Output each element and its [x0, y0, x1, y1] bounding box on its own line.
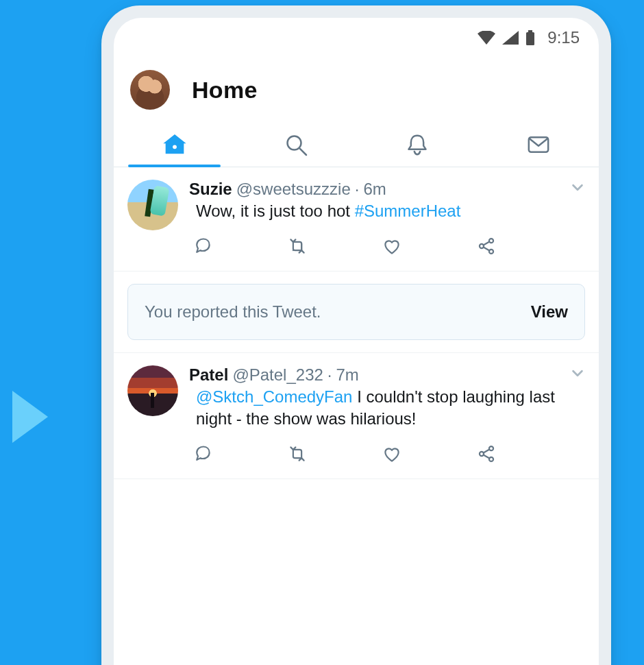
share-icon[interactable]: [477, 237, 496, 258]
tweet-author-name[interactable]: Suzie: [189, 180, 232, 199]
reported-notice: You reported this Tweet. View: [127, 284, 585, 340]
reported-text: You reported this Tweet.: [145, 302, 321, 322]
svg-rect-1: [526, 32, 534, 45]
like-icon[interactable]: [382, 444, 401, 466]
hashtag-link[interactable]: #SummerHeat: [355, 202, 461, 220]
user-avatar[interactable]: [127, 365, 178, 416]
clock-text: 9:15: [547, 28, 580, 47]
svg-line-14: [484, 449, 490, 452]
tab-notifications[interactable]: [356, 122, 478, 167]
svg-line-10: [484, 247, 490, 250]
reply-icon[interactable]: [193, 444, 212, 466]
tab-messages[interactable]: [478, 122, 599, 167]
like-icon[interactable]: [382, 237, 401, 258]
separator-dot: ·: [327, 365, 332, 385]
tab-home[interactable]: [114, 122, 235, 167]
tweet-time: 7m: [336, 365, 359, 385]
tab-search[interactable]: [235, 122, 356, 167]
user-avatar[interactable]: [127, 180, 178, 230]
svg-rect-0: [528, 30, 532, 32]
tweet-author-handle[interactable]: @Patel_232: [232, 365, 323, 385]
tweet-body: @Sktch_ComedyFan I couldn't stop laughin…: [189, 386, 585, 431]
screen: 9:15 Home Suzi: [114, 18, 599, 665]
tweet[interactable]: Suzie @sweetsuzzzie · 6m Wow, it is just…: [114, 167, 599, 271]
tweet-body: Wow, it is just too hot #SummerHeat: [189, 200, 585, 223]
reported-section: You reported this Tweet. View: [114, 271, 599, 353]
tweet-menu-button[interactable]: [570, 180, 585, 197]
svg-point-2: [173, 145, 177, 149]
mention-link[interactable]: @Sktch_ComedyFan: [196, 387, 352, 406]
tweet-text: Wow, it is just too hot: [196, 202, 355, 220]
app-header: Home: [114, 58, 599, 122]
battery-icon: [525, 30, 535, 45]
tab-bar: [114, 122, 599, 167]
tweet-author-name[interactable]: Patel: [189, 365, 228, 385]
tweet-actions: [189, 435, 585, 470]
cellular-icon: [502, 31, 519, 45]
wifi-icon: [478, 31, 495, 45]
svg-line-9: [484, 241, 490, 245]
tweet-menu-button[interactable]: [570, 365, 585, 383]
svg-point-3: [287, 136, 301, 149]
view-button[interactable]: View: [531, 302, 568, 322]
tweet[interactable]: Patel @Patel_232 · 7m @Sktch_ComedyFan I…: [114, 353, 599, 479]
tweet-time: 6m: [363, 180, 386, 199]
profile-avatar[interactable]: [130, 70, 170, 110]
svg-line-4: [299, 148, 306, 154]
tweet-author-handle[interactable]: @sweetsuzzzie: [236, 180, 351, 199]
share-icon[interactable]: [477, 444, 496, 466]
tweet-header: Suzie @sweetsuzzzie · 6m: [189, 180, 585, 199]
callout-arrow: [12, 391, 48, 443]
page-title: Home: [192, 77, 258, 104]
reply-icon[interactable]: [193, 237, 212, 258]
retweet-icon[interactable]: [288, 237, 307, 258]
svg-line-15: [484, 455, 490, 458]
tweet-actions: [189, 227, 585, 263]
phone-frame: 9:15 Home Suzi: [101, 5, 611, 665]
separator-dot: ·: [355, 180, 360, 199]
tweet-header: Patel @Patel_232 · 7m: [189, 365, 585, 385]
status-bar: 9:15: [114, 18, 599, 58]
retweet-icon[interactable]: [288, 444, 307, 466]
